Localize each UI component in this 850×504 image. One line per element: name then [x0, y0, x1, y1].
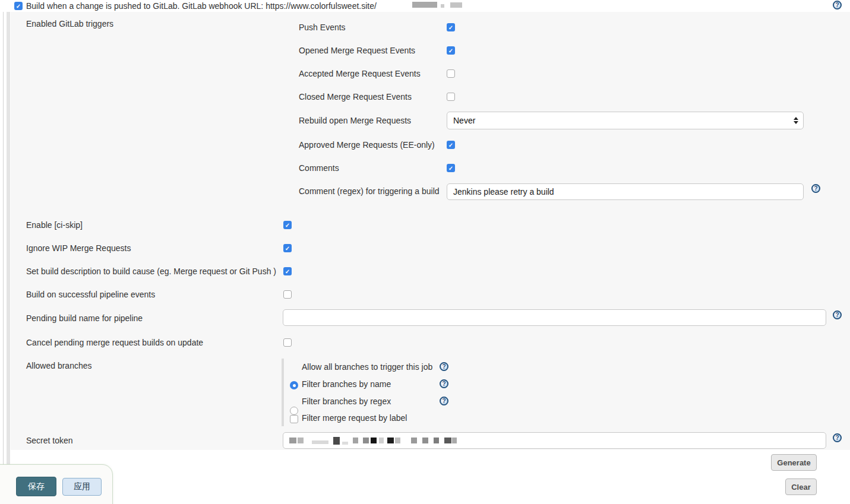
- push-events-label: Push Events: [299, 23, 346, 32]
- comments-checkbox[interactable]: [447, 164, 455, 172]
- allowed-branches-label: Allowed branches: [26, 361, 92, 370]
- allow-all-branches-label: Allow all branches to trigger this job: [302, 362, 432, 372]
- pending-build-name-input[interactable]: [283, 309, 826, 326]
- build-when-pushed-label: Build when a change is pushed to GitLab.…: [26, 1, 377, 11]
- section-left-border: [3, 12, 4, 464]
- accepted-mr-events-checkbox[interactable]: [447, 69, 455, 78]
- clear-button[interactable]: Clear: [785, 478, 817, 495]
- apply-button[interactable]: 应用: [62, 478, 102, 496]
- section-background: [11, 12, 850, 450]
- help-icon[interactable]: [440, 362, 448, 371]
- approved-mr-checkbox[interactable]: [447, 141, 455, 149]
- select-spinner-icon: [794, 112, 798, 129]
- set-build-description-label: Set build description to build cause (eg…: [26, 267, 276, 276]
- redacted-secret-token: [289, 437, 457, 445]
- opened-mr-events-checkbox[interactable]: [447, 46, 455, 55]
- triggers-section-label: Enabled GitLab triggers: [26, 19, 113, 28]
- help-icon[interactable]: [440, 397, 448, 405]
- rebuild-open-mr-select[interactable]: Never: [447, 112, 804, 129]
- accepted-mr-events-label: Accepted Merge Request Events: [299, 69, 421, 78]
- section-indent-bar: [7, 12, 10, 504]
- rebuild-open-mr-label: Rebuild open Merge Requests: [299, 116, 411, 125]
- redacted-webhook-url-suffix: [412, 2, 462, 8]
- filter-mr-by-label-label: Filter merge request by label: [302, 413, 407, 423]
- rebuild-select-value: Never: [453, 116, 475, 125]
- enable-ci-skip-label: Enable [ci-skip]: [26, 220, 83, 230]
- help-icon[interactable]: [833, 1, 842, 9]
- generate-button[interactable]: Generate: [771, 454, 817, 471]
- ignore-wip-mr-checkbox[interactable]: [283, 244, 292, 252]
- cancel-pending-mr-checkbox[interactable]: [283, 338, 292, 347]
- filter-branches-by-name-radio[interactable]: [290, 407, 298, 415]
- filter-branches-by-name-label: Filter branches by name: [302, 379, 391, 389]
- ignore-wip-mr-label: Ignore WIP Merge Requests: [26, 243, 131, 253]
- closed-mr-events-label: Closed Merge Request Events: [299, 92, 412, 102]
- radio-group-rail: [282, 359, 284, 426]
- help-icon[interactable]: [833, 433, 842, 442]
- enable-ci-skip-checkbox[interactable]: [283, 221, 292, 229]
- filter-branches-by-regex-label: Filter branches by regex: [302, 397, 391, 406]
- help-icon[interactable]: [811, 184, 820, 193]
- comment-regex-label: Comment (regex) for triggering a build: [299, 186, 440, 196]
- gitlab-trigger-config-page: Build when a change is pushed to GitLab.…: [0, 0, 850, 504]
- cancel-pending-mr-label: Cancel pending merge request builds on u…: [26, 338, 203, 347]
- build-on-pipeline-checkbox[interactable]: [283, 290, 292, 299]
- closed-mr-events-checkbox[interactable]: [447, 93, 455, 101]
- comments-label: Comments: [299, 163, 339, 173]
- help-icon[interactable]: [440, 379, 448, 388]
- secret-token-input[interactable]: [283, 432, 826, 449]
- allow-all-branches-radio[interactable]: [290, 381, 298, 389]
- comment-regex-input[interactable]: [447, 183, 804, 200]
- approved-mr-label: Approved Merge Requests (EE-only): [299, 140, 435, 150]
- set-build-description-checkbox[interactable]: [283, 267, 292, 275]
- filter-mr-by-label-checkbox[interactable]: [290, 415, 298, 423]
- pending-build-name-label: Pending build name for pipeline: [26, 313, 143, 323]
- help-icon[interactable]: [833, 310, 842, 319]
- build-on-pipeline-label: Build on successful pipeline events: [26, 290, 155, 299]
- opened-mr-events-label: Opened Merge Request Events: [299, 46, 415, 55]
- save-button[interactable]: 保存: [16, 477, 56, 496]
- build-when-pushed-checkbox[interactable]: [14, 2, 23, 10]
- secret-token-label: Secret token: [26, 436, 73, 445]
- push-events-checkbox[interactable]: [447, 23, 455, 31]
